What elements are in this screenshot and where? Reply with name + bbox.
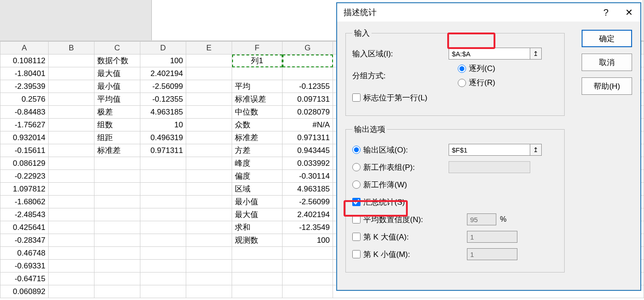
cell[interactable] bbox=[186, 93, 232, 106]
kth-smallest-checkbox[interactable]: 第 K 小值(M): bbox=[352, 249, 467, 260]
cell[interactable]: 组数 bbox=[94, 119, 140, 131]
cell[interactable] bbox=[49, 260, 94, 273]
close-icon[interactable]: ✕ bbox=[617, 3, 640, 22]
cell[interactable]: 10 bbox=[140, 119, 186, 131]
cell[interactable]: 区域 bbox=[232, 183, 283, 196]
col-header-B[interactable]: B bbox=[49, 42, 94, 55]
cell[interactable]: 众数 bbox=[232, 119, 283, 131]
cell[interactable]: 0.097131 bbox=[283, 93, 333, 106]
cell[interactable]: 列1 bbox=[232, 55, 283, 67]
cell[interactable] bbox=[140, 183, 186, 196]
input-range-field[interactable] bbox=[449, 48, 530, 60]
cell[interactable] bbox=[49, 285, 94, 298]
cell[interactable] bbox=[140, 234, 186, 247]
cell[interactable]: 中位数 bbox=[232, 106, 283, 119]
cell[interactable] bbox=[186, 208, 232, 221]
dialog-titlebar[interactable]: 描述统计 ? ✕ bbox=[337, 3, 640, 22]
input-range-picker-icon[interactable]: ↥ bbox=[530, 48, 542, 60]
labels-first-row-checkbox[interactable]: 标志位于第一行(L) bbox=[352, 93, 427, 103]
cell[interactable] bbox=[186, 247, 232, 260]
cell[interactable] bbox=[49, 80, 94, 93]
cell[interactable]: 平均值 bbox=[94, 93, 140, 106]
cell[interactable] bbox=[283, 67, 333, 80]
cell[interactable]: 最大值 bbox=[94, 67, 140, 80]
cell[interactable] bbox=[186, 67, 232, 80]
cell[interactable] bbox=[94, 285, 140, 298]
cell[interactable] bbox=[283, 55, 333, 67]
cell[interactable]: 0.2576 bbox=[0, 93, 49, 106]
cell[interactable]: -2.56099 bbox=[283, 196, 333, 208]
cell[interactable] bbox=[49, 221, 94, 234]
cell[interactable]: -0.15611 bbox=[0, 144, 49, 157]
cell[interactable]: 4.963185 bbox=[140, 106, 186, 119]
confidence-input[interactable] bbox=[352, 215, 361, 224]
cell[interactable]: 组距 bbox=[94, 131, 140, 144]
cell[interactable]: -0.12355 bbox=[283, 80, 333, 93]
cell[interactable] bbox=[186, 196, 232, 208]
cell[interactable]: 0.46748 bbox=[0, 247, 49, 260]
cell[interactable]: 0.932014 bbox=[0, 131, 49, 144]
summary-stats-input[interactable] bbox=[352, 198, 361, 206]
cell[interactable] bbox=[232, 67, 283, 80]
cell[interactable] bbox=[283, 273, 333, 285]
cell[interactable] bbox=[140, 170, 186, 183]
help-button[interactable]: 帮助(H) bbox=[582, 77, 632, 95]
cell[interactable] bbox=[232, 285, 283, 298]
cell[interactable] bbox=[49, 93, 94, 106]
cell[interactable]: 平均 bbox=[232, 80, 283, 93]
col-header-A[interactable]: A bbox=[0, 42, 49, 55]
cell[interactable]: 4.963185 bbox=[283, 183, 333, 196]
cell[interactable] bbox=[94, 221, 140, 234]
cell[interactable] bbox=[283, 247, 333, 260]
cell[interactable] bbox=[186, 119, 232, 131]
cell[interactable]: 0.971311 bbox=[140, 144, 186, 157]
cell[interactable] bbox=[186, 221, 232, 234]
cell[interactable] bbox=[49, 144, 94, 157]
cell[interactable]: 0.028079 bbox=[283, 106, 333, 119]
cell[interactable] bbox=[94, 196, 140, 208]
cell[interactable] bbox=[232, 260, 283, 273]
kth-largest-checkbox[interactable]: 第 K 大值(A): bbox=[352, 232, 467, 242]
cell[interactable]: 0.425641 bbox=[0, 221, 49, 234]
cell[interactable]: 0.943445 bbox=[283, 144, 333, 157]
cell[interactable] bbox=[186, 260, 232, 273]
cell[interactable] bbox=[49, 67, 94, 80]
cell[interactable] bbox=[186, 170, 232, 183]
labels-first-row-input[interactable] bbox=[352, 93, 361, 102]
cell[interactable] bbox=[49, 106, 94, 119]
cell[interactable]: 偏度 bbox=[232, 170, 283, 183]
cell[interactable]: -0.64715 bbox=[0, 273, 49, 285]
ok-button[interactable]: 确定 bbox=[582, 30, 632, 47]
cell[interactable] bbox=[140, 260, 186, 273]
cell[interactable]: -2.56099 bbox=[140, 80, 186, 93]
cell[interactable] bbox=[49, 55, 94, 67]
cell[interactable]: #N/A bbox=[283, 119, 333, 131]
cell[interactable] bbox=[140, 208, 186, 221]
cell[interactable] bbox=[186, 106, 232, 119]
new-workbook-radio[interactable]: 新工作薄(W) bbox=[352, 180, 407, 190]
cell[interactable] bbox=[140, 221, 186, 234]
col-header-E[interactable]: E bbox=[186, 42, 232, 55]
cell[interactable]: -0.69331 bbox=[0, 260, 49, 273]
cell[interactable] bbox=[140, 157, 186, 170]
cell[interactable] bbox=[49, 208, 94, 221]
cell[interactable] bbox=[140, 247, 186, 260]
cell[interactable] bbox=[49, 170, 94, 183]
new-sheet-radio[interactable]: 新工作表组(P): bbox=[352, 162, 449, 173]
cell[interactable]: 0.086129 bbox=[0, 157, 49, 170]
confidence-checkbox[interactable]: 平均数置信度(N): bbox=[352, 214, 467, 225]
cell[interactable] bbox=[140, 285, 186, 298]
cell[interactable] bbox=[94, 234, 140, 247]
cell[interactable] bbox=[186, 55, 232, 67]
cell[interactable]: -0.30114 bbox=[283, 170, 333, 183]
cell[interactable] bbox=[94, 247, 140, 260]
cell[interactable]: -0.12355 bbox=[140, 93, 186, 106]
summary-stats-checkbox[interactable]: 汇总统计(S) bbox=[352, 197, 405, 207]
cell[interactable]: -0.28347 bbox=[0, 234, 49, 247]
output-range-field[interactable] bbox=[449, 144, 530, 156]
cell[interactable]: 2.402194 bbox=[283, 208, 333, 221]
cell[interactable] bbox=[94, 273, 140, 285]
output-range-radio[interactable]: 输出区域(O): bbox=[352, 145, 449, 155]
cell[interactable]: -0.22923 bbox=[0, 170, 49, 183]
group-by-column-input[interactable] bbox=[458, 65, 466, 73]
